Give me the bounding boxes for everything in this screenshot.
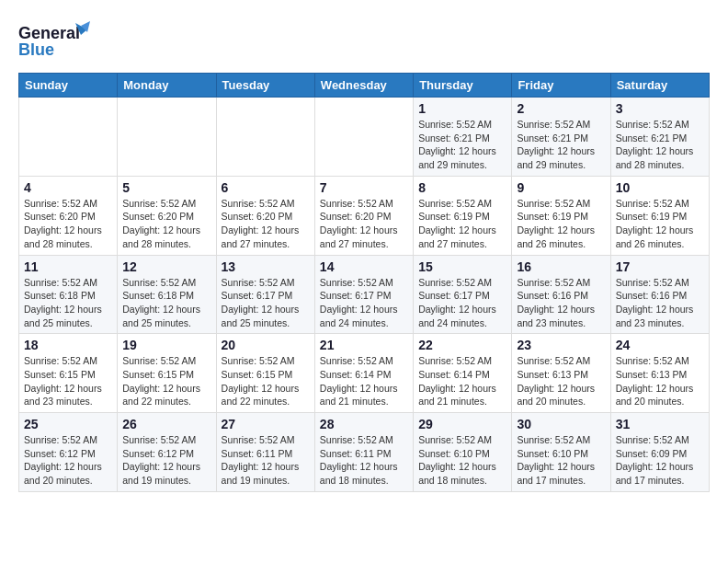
day-number: 18 — [24, 338, 112, 352]
column-header-monday: Monday — [118, 74, 216, 98]
day-number: 25 — [24, 417, 112, 431]
calendar-week-4: 18Sunrise: 5:52 AM Sunset: 6:15 PM Dayli… — [19, 334, 710, 413]
day-info: Sunrise: 5:52 AM Sunset: 6:20 PM Dayligh… — [122, 197, 210, 251]
calendar-cell — [19, 98, 118, 177]
day-number: 29 — [418, 417, 506, 431]
calendar-cell: 12Sunrise: 5:52 AM Sunset: 6:18 PM Dayli… — [118, 255, 216, 334]
day-number: 23 — [517, 338, 605, 352]
day-number: 20 — [222, 338, 310, 352]
day-number: 3 — [616, 101, 704, 116]
day-info: Sunrise: 5:52 AM Sunset: 6:12 PM Dayligh… — [122, 433, 210, 488]
day-info: Sunrise: 5:52 AM Sunset: 6:11 PM Dayligh… — [222, 433, 310, 488]
calendar-cell: 13Sunrise: 5:52 AM Sunset: 6:17 PM Dayli… — [216, 255, 314, 334]
calendar-cell: 30Sunrise: 5:52 AM Sunset: 6:10 PM Dayli… — [512, 413, 610, 492]
day-info: Sunrise: 5:52 AM Sunset: 6:19 PM Dayligh… — [517, 197, 605, 251]
day-number: 16 — [517, 259, 605, 274]
calendar-cell: 29Sunrise: 5:52 AM Sunset: 6:10 PM Dayli… — [414, 413, 512, 492]
calendar-cell: 9Sunrise: 5:52 AM Sunset: 6:19 PM Daylig… — [512, 176, 610, 255]
day-number: 11 — [24, 259, 112, 274]
column-header-tuesday: Tuesday — [216, 74, 314, 98]
day-info: Sunrise: 5:52 AM Sunset: 6:18 PM Dayligh… — [122, 276, 210, 330]
calendar-week-1: 1Sunrise: 5:52 AM Sunset: 6:21 PM Daylig… — [19, 98, 710, 177]
day-info: Sunrise: 5:52 AM Sunset: 6:21 PM Dayligh… — [418, 118, 506, 172]
calendar-cell: 10Sunrise: 5:52 AM Sunset: 6:19 PM Dayli… — [610, 176, 709, 255]
calendar-cell: 26Sunrise: 5:52 AM Sunset: 6:12 PM Dayli… — [118, 413, 216, 492]
day-number: 19 — [122, 338, 210, 352]
calendar-week-2: 4Sunrise: 5:52 AM Sunset: 6:20 PM Daylig… — [19, 176, 710, 255]
day-number: 24 — [616, 338, 704, 352]
day-number: 31 — [616, 417, 704, 431]
calendar-cell: 16Sunrise: 5:52 AM Sunset: 6:16 PM Dayli… — [512, 255, 610, 334]
calendar-week-5: 25Sunrise: 5:52 AM Sunset: 6:12 PM Dayli… — [19, 413, 710, 492]
logo-graphic: General Blue — [18, 18, 92, 63]
day-info: Sunrise: 5:52 AM Sunset: 6:17 PM Dayligh… — [418, 276, 506, 330]
logo: General Blue — [18, 18, 92, 63]
svg-text:Blue: Blue — [18, 40, 54, 59]
day-number: 21 — [320, 338, 408, 352]
calendar-cell: 6Sunrise: 5:52 AM Sunset: 6:20 PM Daylig… — [216, 176, 314, 255]
calendar-cell: 5Sunrise: 5:52 AM Sunset: 6:20 PM Daylig… — [118, 176, 216, 255]
column-header-saturday: Saturday — [610, 74, 709, 98]
calendar-cell — [216, 98, 314, 177]
day-number: 14 — [320, 259, 408, 274]
day-info: Sunrise: 5:52 AM Sunset: 6:12 PM Dayligh… — [24, 433, 112, 488]
day-number: 5 — [122, 180, 210, 195]
day-number: 8 — [418, 180, 506, 195]
calendar-cell: 31Sunrise: 5:52 AM Sunset: 6:09 PM Dayli… — [610, 413, 709, 492]
day-number: 4 — [24, 180, 112, 195]
calendar-cell: 8Sunrise: 5:52 AM Sunset: 6:19 PM Daylig… — [414, 176, 512, 255]
day-info: Sunrise: 5:52 AM Sunset: 6:18 PM Dayligh… — [24, 276, 112, 330]
calendar-cell: 2Sunrise: 5:52 AM Sunset: 6:21 PM Daylig… — [512, 98, 610, 177]
day-number: 9 — [517, 180, 605, 195]
calendar-cell: 18Sunrise: 5:52 AM Sunset: 6:15 PM Dayli… — [19, 334, 118, 413]
day-info: Sunrise: 5:52 AM Sunset: 6:09 PM Dayligh… — [616, 433, 704, 488]
calendar-table: SundayMondayTuesdayWednesdayThursdayFrid… — [18, 73, 710, 492]
day-number: 12 — [122, 259, 210, 274]
day-info: Sunrise: 5:52 AM Sunset: 6:14 PM Dayligh… — [418, 354, 506, 408]
calendar-cell: 3Sunrise: 5:52 AM Sunset: 6:21 PM Daylig… — [610, 98, 709, 177]
day-info: Sunrise: 5:52 AM Sunset: 6:11 PM Dayligh… — [320, 433, 408, 488]
day-number: 15 — [418, 259, 506, 274]
calendar-header-row: SundayMondayTuesdayWednesdayThursdayFrid… — [19, 74, 710, 98]
calendar-cell: 7Sunrise: 5:52 AM Sunset: 6:20 PM Daylig… — [314, 176, 413, 255]
calendar-cell — [118, 98, 216, 177]
calendar-cell: 28Sunrise: 5:52 AM Sunset: 6:11 PM Dayli… — [314, 413, 413, 492]
day-info: Sunrise: 5:52 AM Sunset: 6:19 PM Dayligh… — [418, 197, 506, 251]
day-number: 22 — [418, 338, 506, 352]
day-number: 30 — [517, 417, 605, 431]
column-header-sunday: Sunday — [19, 74, 118, 98]
day-number: 6 — [222, 180, 310, 195]
column-header-wednesday: Wednesday — [314, 74, 413, 98]
calendar-cell: 15Sunrise: 5:52 AM Sunset: 6:17 PM Dayli… — [414, 255, 512, 334]
day-info: Sunrise: 5:52 AM Sunset: 6:14 PM Dayligh… — [320, 354, 408, 408]
day-info: Sunrise: 5:52 AM Sunset: 6:16 PM Dayligh… — [616, 276, 704, 330]
calendar-cell: 22Sunrise: 5:52 AM Sunset: 6:14 PM Dayli… — [414, 334, 512, 413]
day-info: Sunrise: 5:52 AM Sunset: 6:20 PM Dayligh… — [222, 197, 310, 251]
day-info: Sunrise: 5:52 AM Sunset: 6:15 PM Dayligh… — [122, 354, 210, 408]
day-info: Sunrise: 5:52 AM Sunset: 6:16 PM Dayligh… — [517, 276, 605, 330]
svg-text:General: General — [18, 24, 80, 42]
calendar-cell — [314, 98, 413, 177]
day-number: 10 — [616, 180, 704, 195]
calendar-cell: 4Sunrise: 5:52 AM Sunset: 6:20 PM Daylig… — [19, 176, 118, 255]
day-info: Sunrise: 5:52 AM Sunset: 6:15 PM Dayligh… — [24, 354, 112, 408]
calendar-cell: 1Sunrise: 5:52 AM Sunset: 6:21 PM Daylig… — [414, 98, 512, 177]
day-info: Sunrise: 5:52 AM Sunset: 6:20 PM Dayligh… — [24, 197, 112, 251]
calendar-cell: 23Sunrise: 5:52 AM Sunset: 6:13 PM Dayli… — [512, 334, 610, 413]
day-info: Sunrise: 5:52 AM Sunset: 6:10 PM Dayligh… — [517, 433, 605, 488]
day-number: 27 — [222, 417, 310, 431]
calendar-week-3: 11Sunrise: 5:52 AM Sunset: 6:18 PM Dayli… — [19, 255, 710, 334]
day-number: 1 — [418, 101, 506, 116]
calendar-cell: 27Sunrise: 5:52 AM Sunset: 6:11 PM Dayli… — [216, 413, 314, 492]
day-number: 13 — [222, 259, 310, 274]
page-header: General Blue — [18, 18, 710, 63]
day-number: 2 — [517, 101, 605, 116]
day-info: Sunrise: 5:52 AM Sunset: 6:17 PM Dayligh… — [222, 276, 310, 330]
calendar-cell: 11Sunrise: 5:52 AM Sunset: 6:18 PM Dayli… — [19, 255, 118, 334]
column-header-thursday: Thursday — [414, 74, 512, 98]
day-number: 26 — [122, 417, 210, 431]
column-header-friday: Friday — [512, 74, 610, 98]
calendar-cell: 20Sunrise: 5:52 AM Sunset: 6:15 PM Dayli… — [216, 334, 314, 413]
day-number: 17 — [616, 259, 704, 274]
day-number: 28 — [320, 417, 408, 431]
